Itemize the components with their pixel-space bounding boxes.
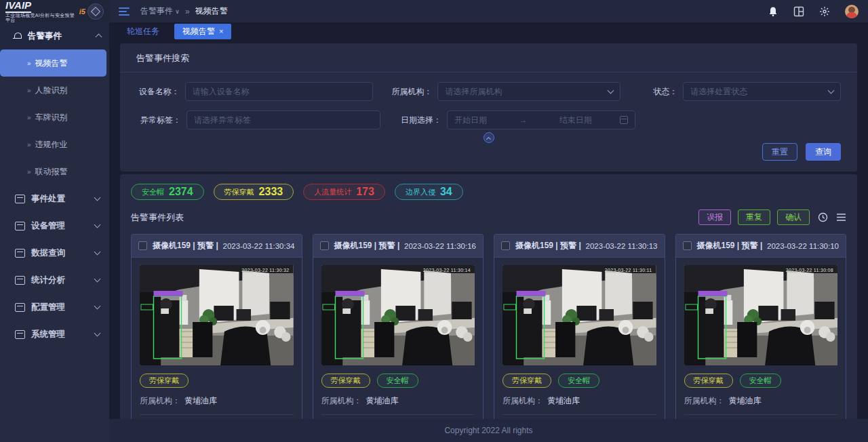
card-time: 2023-03-22 11:30:34 [223, 242, 295, 250]
menu-collapse-icon[interactable] [119, 7, 130, 16]
sidebar-item-face-recognition[interactable]: » 人脸识别 [0, 77, 109, 104]
list-title: 告警事件列表 [131, 212, 692, 224]
chevron-down-icon [94, 303, 101, 310]
sidebar-item-statistics[interactable]: 统计分析 [0, 266, 109, 294]
data-icon [15, 249, 25, 258]
sidebar-item-linked-alarm[interactable]: » 联动报警 [0, 158, 109, 185]
date-range-arrow-icon: → [519, 115, 527, 125]
tag-select[interactable]: 请选择异常标签 [186, 110, 380, 129]
sidebar-item-data-query[interactable]: 数据查询 [0, 239, 109, 266]
sidebar-item-violation-work[interactable]: » 违规作业 [0, 131, 109, 158]
logo-i5-badge: i5 [79, 7, 85, 16]
search-panel: 告警事件搜索 设备名称： 所属机构： 请选择所属机构 状态： 请选择处置状态 [120, 43, 857, 172]
alarm-card[interactable]: 摄像机159 | 预警 | 2023-03-22 11:30:34 2023-0… [131, 234, 302, 419]
layout-grid-icon[interactable] [793, 6, 804, 17]
date-range-picker[interactable]: 开始日期 → 结束日期 [447, 110, 635, 129]
alarm-snapshot[interactable]: 2023-03-22 11:30:14 [321, 265, 475, 365]
card-camera-label: 摄像机159 | 预警 | [153, 240, 218, 252]
org-select-placeholder: 请选择所属机构 [445, 86, 502, 98]
sidebar-group-label: 配置管理 [31, 302, 95, 313]
confirm-button[interactable]: 确认 [777, 209, 810, 225]
alarm-card[interactable]: 摄像机159 | 预警 | 2023-03-22 11:30:16 2023-0… [313, 234, 484, 419]
alarm-snapshot[interactable]: 2023-03-22 11:30:32 [140, 265, 294, 365]
card-checkbox[interactable] [501, 241, 510, 250]
card-checkbox[interactable] [320, 241, 329, 250]
sidebar: 告警事件 » 视频告警 » 人脸识别 » 车牌识别 » 违规作业 » 联动报警 … [0, 22, 109, 442]
tag-ppe: 劳保穿戴 [321, 374, 370, 388]
bell-icon [14, 32, 22, 41]
stat-boundary-intrusion: 边界入侵34 [395, 184, 463, 200]
chevron-down-icon [94, 222, 101, 228]
duplicate-button[interactable]: 重复 [738, 209, 770, 225]
submenu-arrow-icon: » [27, 114, 31, 121]
card-time: 2023-03-22 11:30:16 [404, 242, 476, 250]
stat-ppe: 劳保穿戴2333 [214, 184, 294, 200]
sidebar-item-plate-recognition[interactable]: » 车牌识别 [0, 104, 109, 131]
alarm-snapshot[interactable]: 2023-03-22 11:30:11 [502, 265, 656, 365]
logo-title: IVAIP [5, 0, 31, 13]
logo-mark-icon [87, 3, 104, 20]
status-select[interactable]: 请选择处置状态 [683, 82, 841, 101]
settings-gear-icon[interactable] [819, 6, 830, 17]
card-org-row: 所属机构：黄埔油库 [684, 395, 838, 407]
alarm-card[interactable]: 摄像机159 | 预警 | 2023-03-22 11:30:13 2023-0… [494, 234, 665, 419]
query-button[interactable]: 查询 [806, 143, 841, 161]
sidebar-root-label: 告警事件 [28, 31, 96, 42]
device-name-field[interactable] [185, 82, 373, 101]
device-name-label: 设备名称： [136, 86, 180, 98]
snapshot-timestamp: 2023-03-22 11:30:08 [786, 268, 833, 273]
false-alarm-button[interactable]: 误报 [698, 209, 731, 225]
card-checkbox[interactable] [683, 241, 692, 250]
snapshot-timestamp: 2023-03-22 11:30:14 [423, 268, 471, 273]
card-time: 2023-03-22 11:30:10 [767, 242, 839, 250]
card-camera-label: 摄像机159 | 预警 | [334, 240, 400, 252]
card-org-row: 所属机构：黄埔油库 [502, 395, 656, 407]
alarm-cards: 摄像机159 | 预警 | 2023-03-22 11:30:34 2023-0… [131, 234, 846, 419]
chevron-down-icon [94, 276, 101, 283]
sidebar-sub-label: 视频告警 [35, 58, 68, 69]
alarm-card[interactable]: 摄像机159 | 预警 | 2023-03-22 11:30:10 2023-0… [675, 234, 847, 419]
collapse-search-button[interactable] [484, 132, 494, 143]
breadcrumb-parent[interactable]: 告警事件 ∨ [140, 5, 180, 17]
notification-bell-icon[interactable] [768, 6, 778, 17]
sidebar-item-video-alarm[interactable]: » 视频告警 [0, 49, 106, 77]
system-icon [15, 330, 25, 339]
tag-helmet: 安全帽 [558, 374, 599, 388]
alarm-snapshot[interactable]: 2023-03-22 11:30:08 [684, 265, 838, 365]
reset-button[interactable]: 重置 [762, 143, 797, 161]
sidebar-item-event-handling[interactable]: 事件处置 [0, 185, 109, 212]
logo: IVAIP 工业现场视觉AI分析与安全预警平台 [5, 0, 75, 22]
user-avatar[interactable] [845, 5, 859, 18]
sidebar-item-system-management[interactable]: 系统管理 [0, 321, 109, 348]
org-select[interactable]: 请选择所属机构 [437, 82, 620, 101]
sidebar-group-label: 统计分析 [31, 275, 95, 286]
sidebar-item-alarm-events[interactable]: 告警事件 [0, 22, 109, 49]
date-label: 日期选择： [390, 115, 441, 126]
card-camera-label: 摄像机159 | 预警 | [697, 240, 763, 252]
sidebar-sub-label: 违规作业 [35, 139, 68, 150]
tab-close-icon[interactable]: × [219, 27, 223, 35]
search-panel-title: 告警事件搜索 [120, 43, 857, 73]
tag-label: 异常标签： [136, 115, 181, 126]
device-name-input[interactable] [193, 87, 366, 96]
chevron-down-icon [94, 249, 101, 256]
submenu-arrow-icon: » [27, 141, 31, 148]
tab-patrol-task[interactable]: 轮巡任务 [119, 24, 167, 39]
config-icon [15, 303, 25, 312]
sidebar-group-label: 事件处置 [31, 193, 95, 205]
card-checkbox[interactable] [138, 241, 147, 250]
chevron-down-icon [94, 330, 101, 337]
tag-select-placeholder: 请选择异常标签 [194, 115, 251, 126]
sidebar-item-device-management[interactable]: 设备管理 [0, 212, 109, 239]
status-select-placeholder: 请选择处置状态 [690, 86, 747, 98]
sidebar-sub-label: 车牌识别 [35, 112, 68, 123]
chevron-down-icon [828, 87, 835, 94]
card-time: 2023-03-22 11:30:13 [586, 242, 658, 250]
sidebar-item-config-management[interactable]: 配置管理 [0, 294, 109, 321]
chart-icon [15, 276, 25, 285]
card-org-row: 所属机构：黄埔油库 [140, 395, 294, 407]
breadcrumb-separator: » [185, 7, 190, 16]
history-clock-icon[interactable] [818, 212, 828, 222]
tab-video-alarm[interactable]: 视频告警× [174, 24, 231, 39]
list-view-icon[interactable] [836, 212, 846, 222]
